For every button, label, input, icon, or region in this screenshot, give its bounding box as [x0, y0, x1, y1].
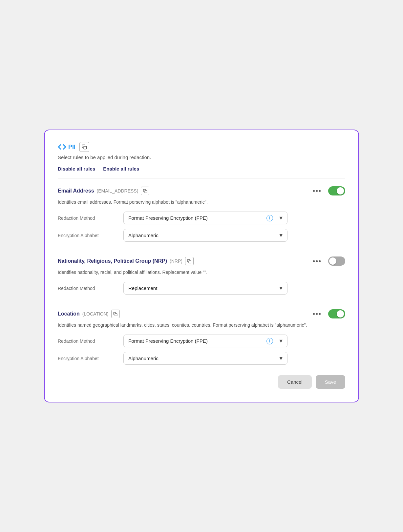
- enc-alphabet-row-email: Encryption Alphabet Alphanumeric Numeric…: [58, 229, 345, 242]
- toggle-email[interactable]: [328, 186, 345, 195]
- rules-container: Email Address (EMAIL_ADDRESS) •••: [58, 186, 345, 365]
- enc-alphabet-select-location[interactable]: Alphanumeric Numeric Alphabetic: [123, 352, 287, 365]
- enc-alphabet-label-location: Encryption Alphabet: [58, 356, 123, 361]
- copy-rule-icon-location: [113, 312, 117, 316]
- rule-title-nrp: Nationality, Religious, Political Group …: [58, 258, 167, 264]
- rule-header-location: Location (LOCATION) •••: [58, 309, 345, 318]
- copy-rule-icon-nrp: [187, 259, 191, 263]
- save-button[interactable]: Save: [316, 375, 345, 389]
- rule-header-nrp: Nationality, Religious, Political Group …: [58, 256, 345, 266]
- toggle-nrp[interactable]: [328, 256, 345, 266]
- rule-actions-email: •••: [311, 186, 345, 195]
- copy-rule-button-location[interactable]: [111, 310, 120, 318]
- top-divider: [58, 178, 345, 178]
- rule-title-email: Email Address: [58, 188, 94, 194]
- more-options-button-nrp[interactable]: •••: [311, 257, 323, 265]
- more-options-button-location[interactable]: •••: [311, 310, 323, 318]
- svg-rect-3: [115, 313, 117, 316]
- redaction-method-select-wrapper-nrp: Replacement Replacement Masking ▼: [123, 282, 287, 295]
- copy-button[interactable]: [79, 142, 89, 152]
- redaction-method-select-wrapper-email: Format Preserving Encryption (FPE) Repla…: [123, 212, 287, 224]
- rule-actions-nrp: •••: [311, 256, 345, 266]
- rule-desc-nrp: Identifies nationality, racial, and poli…: [58, 269, 345, 276]
- rule-divider-nrp: [58, 300, 345, 300]
- redaction-method-select-nrp[interactable]: Replacement Replacement Masking: [123, 282, 287, 295]
- svg-rect-0: [84, 146, 87, 149]
- rule-section-email: Email Address (EMAIL_ADDRESS) •••: [58, 186, 345, 247]
- redaction-method-row-email: Redaction Method Format Preserving Encry…: [58, 212, 345, 224]
- footer-row: Cancel Save: [58, 375, 345, 389]
- redaction-method-label-email: Redaction Method: [58, 215, 123, 221]
- info-icon-email[interactable]: i: [266, 215, 273, 221]
- copy-rule-button-nrp[interactable]: [185, 257, 194, 265]
- rule-divider-email: [58, 247, 345, 247]
- pii-logo: PII: [58, 143, 75, 151]
- subtitle-text: Select rules to be applied during redact…: [58, 154, 345, 160]
- code-icon: [58, 143, 66, 151]
- enc-alphabet-select-wrapper-location: Alphanumeric Numeric Alphabetic ▼: [123, 352, 287, 365]
- enc-alphabet-label-email: Encryption Alphabet: [58, 233, 123, 238]
- svg-rect-2: [189, 260, 191, 263]
- redaction-method-select-email[interactable]: Format Preserving Encryption (FPE) Repla…: [123, 212, 287, 224]
- rule-desc-email: Identifies email addresses. Format perse…: [58, 199, 345, 206]
- copy-rule-button-email[interactable]: [141, 187, 149, 195]
- cancel-button[interactable]: Cancel: [278, 375, 312, 389]
- redaction-method-label-location: Redaction Method: [58, 338, 123, 344]
- rule-desc-location: Identifies named geographical landmarks,…: [58, 322, 345, 329]
- svg-rect-1: [145, 190, 147, 193]
- main-card: PII Select rules to be applied during re…: [44, 130, 359, 402]
- rule-title-group-nrp: Nationality, Religious, Political Group …: [58, 257, 194, 265]
- redaction-method-select-wrapper-location: Format Preserving Encryption (FPE) Repla…: [123, 335, 287, 347]
- redaction-method-row-nrp: Redaction Method Replacement Replacement…: [58, 282, 345, 295]
- enable-all-link[interactable]: Enable all rules: [103, 166, 139, 172]
- action-row: Disable all rules Enable all rules: [58, 166, 345, 172]
- rule-title-group-location: Location (LOCATION): [58, 310, 120, 318]
- rule-code-location: (LOCATION): [82, 311, 109, 317]
- toggle-location[interactable]: [328, 309, 345, 318]
- rule-section-location: Location (LOCATION) •••: [58, 309, 345, 365]
- info-icon-location[interactable]: i: [266, 338, 273, 344]
- redaction-method-row-location: Redaction Method Format Preserving Encry…: [58, 335, 345, 347]
- enc-alphabet-select-wrapper-email: Alphanumeric Numeric Alphabetic ▼: [123, 229, 287, 242]
- enc-alphabet-row-location: Encryption Alphabet Alphanumeric Numeric…: [58, 352, 345, 365]
- rule-title-location: Location: [58, 311, 80, 317]
- disable-all-link[interactable]: Disable all rules: [58, 166, 95, 172]
- rule-title-group-email: Email Address (EMAIL_ADDRESS): [58, 187, 149, 195]
- rule-section-nrp: Nationality, Religious, Political Group …: [58, 256, 345, 300]
- rule-header-email: Email Address (EMAIL_ADDRESS) •••: [58, 186, 345, 195]
- pii-title: PII: [68, 144, 75, 151]
- more-options-button-email[interactable]: •••: [311, 187, 323, 195]
- redaction-method-label-nrp: Redaction Method: [58, 286, 123, 291]
- enc-alphabet-select-email[interactable]: Alphanumeric Numeric Alphabetic: [123, 229, 287, 242]
- rule-code-email: (EMAIL_ADDRESS): [97, 188, 138, 194]
- rule-actions-location: •••: [311, 309, 345, 318]
- header-row: PII: [58, 142, 345, 152]
- redaction-method-select-location[interactable]: Format Preserving Encryption (FPE) Repla…: [123, 335, 287, 347]
- copy-rule-icon-email: [143, 189, 147, 193]
- rule-code-nrp: (NRP): [170, 258, 182, 264]
- copy-icon: [82, 144, 87, 150]
